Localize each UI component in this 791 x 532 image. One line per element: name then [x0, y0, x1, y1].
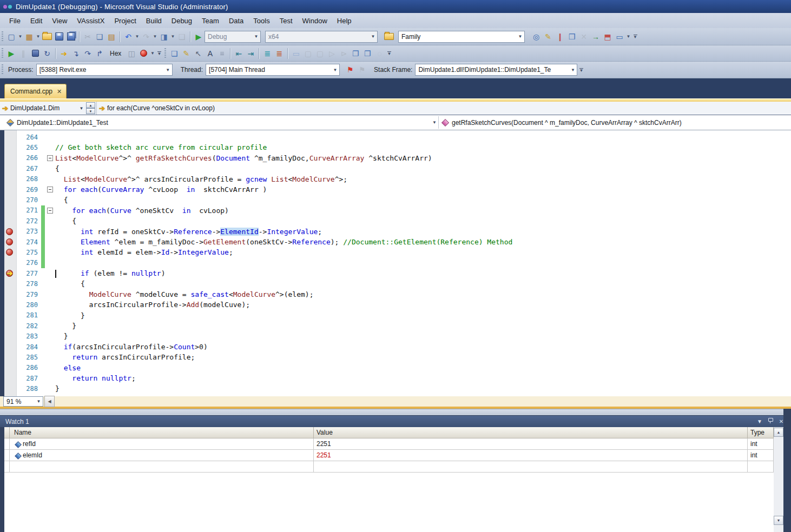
menu-help[interactable]: Help — [332, 15, 357, 27]
line-gutter[interactable] — [4, 237, 16, 247]
stack-frame-combo[interactable]: DimUpdate1.dll!DimUpdate1::DimUpdate1_Te… — [415, 64, 577, 76]
va-outline-icon[interactable]: ❏ — [168, 48, 180, 59]
chevron-down-icon[interactable]: ▼ — [152, 31, 158, 43]
bookmark-icon[interactable]: ❙ — [554, 31, 566, 43]
code-text[interactable]: } — [55, 321, 76, 331]
code-line-271[interactable]: 271 for each(Curve ^oneSktCv in cvLoop) — [0, 205, 791, 216]
line-gutter[interactable] — [4, 153, 16, 163]
redo-icon[interactable]: ↷ — [140, 31, 152, 43]
paste-icon[interactable]: ▤ — [106, 31, 117, 43]
breakpoint-icon[interactable] — [6, 238, 13, 245]
code-line-278[interactable]: 278 { — [0, 278, 791, 289]
line-gutter[interactable] — [4, 132, 16, 142]
va-list-methods-icon[interactable]: ≡ — [216, 48, 228, 59]
panel-splitter[interactable] — [0, 409, 791, 415]
bubble-next-icon[interactable]: ▢ — [314, 48, 326, 59]
chevron-down-icon[interactable]: ▼ — [78, 106, 85, 111]
code-text[interactable]: List<ModelCurve^>^ getRfaSketchCurves(Do… — [55, 153, 432, 163]
types-dropdown[interactable]: DimUpdate1::DimUpdate1_Test ▼ — [4, 116, 439, 129]
stop-debug-icon[interactable] — [29, 48, 41, 59]
bubble-prev-icon[interactable]: ▢ — [302, 48, 314, 59]
toolbar-overflow-icon[interactable]: ▼ — [385, 48, 393, 59]
tools-icon[interactable]: ✕ — [578, 31, 590, 43]
va-rename-icon[interactable]: A — [204, 48, 216, 59]
menu-tools[interactable]: Tools — [248, 15, 274, 27]
column-header-type[interactable]: Type — [748, 427, 774, 438]
save-all-icon[interactable] — [65, 31, 77, 43]
continue-icon[interactable]: ▶ — [5, 48, 17, 59]
hex-button[interactable]: Hex — [106, 48, 126, 59]
code-text[interactable]: arcsInCircularProfile->Add(modelCuve); — [55, 300, 250, 310]
uncomment-icon[interactable]: ≣ — [273, 48, 285, 59]
line-gutter[interactable] — [4, 247, 16, 257]
collapse-icon[interactable] — [47, 155, 53, 161]
code-line-288[interactable]: 288} — [0, 383, 791, 394]
line-gutter[interactable]: ➔ — [4, 268, 16, 278]
watch-value-cell[interactable]: 2251 — [314, 450, 748, 461]
watch-vscrollbar[interactable]: ▲ ▼ — [774, 428, 783, 532]
code-line-265[interactable]: 265// Get both sketch arc curve from cir… — [0, 142, 791, 152]
code-text[interactable]: { — [55, 278, 85, 289]
chevron-down-icon[interactable]: ▼ — [369, 31, 377, 42]
code-line-286[interactable]: 286 else — [0, 363, 791, 373]
chevron-down-icon[interactable]: ▼ — [164, 64, 172, 75]
line-gutter[interactable] — [4, 227, 16, 237]
va-context-icon[interactable]: ↖ — [192, 48, 204, 59]
breakpoints-window-icon[interactable]: ◫ — [126, 48, 137, 59]
line-gutter[interactable] — [4, 352, 16, 362]
va-nav-spinner[interactable]: ▲▼ — [86, 102, 95, 114]
chevron-down-icon[interactable]: ▼ — [431, 120, 438, 125]
chevron-down-icon[interactable]: ▼ — [252, 31, 260, 42]
code-line-277[interactable]: ➔277 if (elem != nullptr) — [0, 268, 791, 278]
va-refactor-icon[interactable]: ✎ — [180, 48, 192, 59]
line-gutter[interactable] — [4, 258, 16, 268]
chevron-down-icon[interactable]: ▼ — [35, 31, 41, 43]
menu-build[interactable]: Build — [141, 15, 167, 27]
code-text[interactable]: } — [55, 383, 60, 394]
va-nav-context-dropdown[interactable]: ➔ DimUpdate1.Dim ▼ ▲▼ — [0, 102, 97, 115]
code-line-280[interactable]: 280 arcsInCircularProfile->Add(modelCuve… — [0, 300, 791, 310]
code-line-282[interactable]: 282 } — [0, 321, 791, 331]
code-line-269[interactable]: 269 for each(CurveArray ^cvLoop in sktch… — [0, 184, 791, 195]
code-text[interactable]: if(arcsInCircularProfile->Count>0) — [55, 342, 208, 352]
fold-margin[interactable] — [45, 187, 55, 192]
code-line-267[interactable]: 267{ — [0, 163, 791, 174]
line-gutter[interactable] — [4, 363, 16, 373]
code-line-281[interactable]: 281 } — [0, 310, 791, 321]
va-nav-definition[interactable]: ➔ for each(Curve ^oneSktCv in cvLoop) — [97, 102, 791, 115]
code-line-270[interactable]: 270 { — [0, 195, 791, 205]
save-icon[interactable] — [53, 31, 65, 43]
indent-decrease-icon[interactable]: ⇤ — [233, 48, 245, 59]
new-item-icon[interactable]: ▢ — [5, 31, 17, 43]
family-manager-icon[interactable] — [383, 31, 395, 43]
code-text[interactable]: for each(CurveArray ^cvLoop in sktchCvAr… — [55, 184, 267, 195]
chevron-down-icon[interactable]: ▼ — [516, 31, 524, 42]
line-gutter[interactable] — [4, 321, 16, 331]
solution-config-combo[interactable]: Debug▼ — [205, 31, 261, 43]
import-icon[interactable]: → — [590, 31, 602, 43]
watch-name-cell[interactable] — [10, 461, 314, 473]
edit-snippet-icon[interactable]: ✎ — [542, 31, 554, 43]
line-gutter[interactable] — [4, 310, 16, 321]
show-next-statement-icon[interactable]: ➔ — [58, 48, 70, 59]
flag-red-icon[interactable]: ⚑ — [344, 64, 356, 76]
open-file-icon[interactable] — [41, 31, 53, 43]
menu-edit[interactable]: Edit — [25, 15, 47, 27]
chevron-down-icon[interactable]: ▼ — [569, 64, 577, 75]
chevron-down-icon[interactable]: ▼ — [170, 31, 176, 43]
code-text[interactable]: { — [55, 216, 76, 226]
thread-combo[interactable]: [5704] Main Thread▼ — [206, 64, 340, 76]
tab-close-icon[interactable]: ✕ — [57, 88, 62, 95]
line-gutter[interactable] — [4, 331, 16, 341]
code-line-276[interactable]: 276 — [0, 258, 791, 268]
watch-name-cell[interactable]: refId — [10, 438, 314, 450]
menu-debug[interactable]: Debug — [167, 15, 197, 27]
code-text[interactable]: int elemId = elem->Id->IntegerValue; — [55, 247, 233, 257]
step-over-icon[interactable]: ↷ — [82, 48, 94, 59]
code-line-279[interactable]: 279 ModelCurve ^modelCuve = safe_cast<Mo… — [0, 289, 791, 300]
chevron-down-icon[interactable]: ▼ — [134, 31, 140, 43]
line-gutter[interactable] — [4, 195, 16, 205]
new-breakpoint-icon[interactable] — [137, 48, 149, 59]
tab-command-cpp[interactable]: Command.cpp ✕ — [4, 84, 67, 98]
book-next-icon[interactable]: ❐ — [361, 48, 373, 59]
